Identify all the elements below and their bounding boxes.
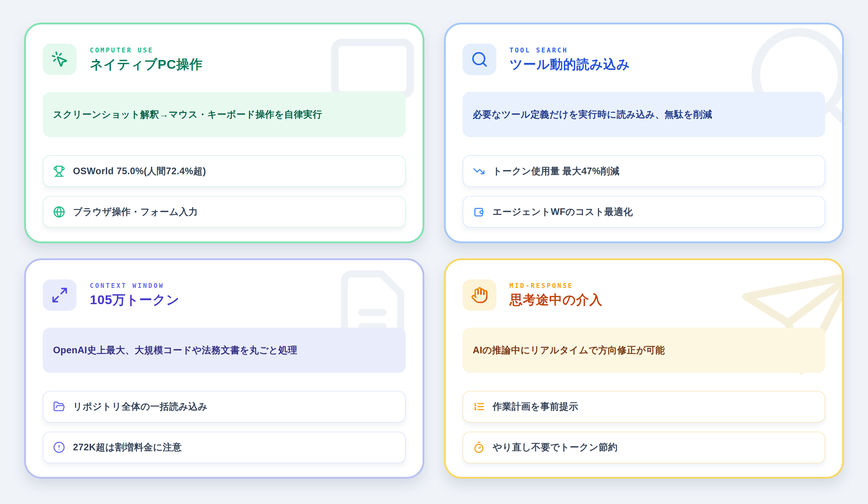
item-text: ブラウザ操作・フォーム入力	[73, 206, 198, 218]
card-mid-response: MID-RESPONSE 思考途中の介入 AIの推論中にリアルタイムで方向修正が…	[444, 258, 844, 479]
header-icon-tile	[43, 279, 76, 311]
numbered-list-icon	[473, 401, 485, 413]
card-title: ネイティブPC操作	[90, 57, 203, 71]
search-icon	[471, 51, 488, 68]
header-icon-tile	[463, 44, 496, 75]
banner-text: 必要なツール定義だけを実行時に読み込み、無駄を削減	[473, 108, 712, 121]
globe-icon	[53, 206, 65, 218]
card-eyebrow: CONTEXT WINDOW	[90, 283, 180, 289]
card-banner: AIの推論中にリアルタイムで方向修正が可能	[463, 328, 826, 373]
card-eyebrow: MID-RESPONSE	[510, 283, 603, 289]
list-item: ブラウザ操作・フォーム入力	[43, 196, 406, 228]
header-icon-tile	[463, 279, 496, 311]
card-banner: OpenAI史上最大、大規模コードや法務文書を丸ごと処理	[43, 328, 406, 373]
feature-grid: COMPUTER USE ネイティブPC操作 スクリーンショット解釈→マウス・キ…	[0, 0, 868, 504]
item-text: 272K超は割増料金に注意	[73, 441, 182, 454]
card-eyebrow: TOOL SEARCH	[510, 47, 630, 54]
card-titles: TOOL SEARCH ツール動的読み込み	[510, 47, 630, 71]
timer-icon	[473, 441, 485, 453]
item-text: OSWorld 75.0%(人間72.4%超)	[73, 165, 206, 177]
wallet-icon	[473, 206, 485, 218]
card-title: 思考途中の介入	[510, 293, 603, 307]
card-computer-use: COMPUTER USE ネイティブPC操作 スクリーンショット解釈→マウス・キ…	[24, 23, 424, 243]
card-header: MID-RESPONSE 思考途中の介入	[463, 279, 826, 311]
alert-circle-icon	[53, 441, 65, 453]
banner-text: AIの推論中にリアルタイムで方向修正が可能	[473, 344, 665, 357]
card-titles: MID-RESPONSE 思考途中の介入	[510, 283, 603, 307]
card-header: TOOL SEARCH ツール動的読み込み	[463, 44, 826, 75]
card-title: ツール動的読み込み	[510, 57, 630, 71]
item-text: やり直し不要でトークン節約	[493, 441, 618, 454]
card-header: COMPUTER USE ネイティブPC操作	[43, 44, 406, 75]
folder-open-icon	[53, 401, 65, 413]
card-banner: スクリーンショット解釈→マウス・キーボード操作を自律実行	[43, 92, 406, 137]
banner-text: OpenAI史上最大、大規模コードや法務文書を丸ごと処理	[53, 344, 298, 357]
card-title: 105万トークン	[90, 293, 180, 307]
card-tool-search: TOOL SEARCH ツール動的読み込み 必要なツール定義だけを実行時に読み込…	[444, 23, 844, 243]
card-titles: CONTEXT WINDOW 105万トークン	[90, 283, 180, 307]
card-header: CONTEXT WINDOW 105万トークン	[43, 279, 406, 311]
list-item: やり直し不要でトークン節約	[463, 432, 826, 463]
list-item: トークン使用量 最大47%削減	[463, 155, 826, 187]
list-item: 272K超は割増料金に注意	[43, 432, 406, 463]
item-text: エージェントWFのコスト最適化	[493, 206, 633, 218]
list-item: リポジトリ全体の一括読み込み	[43, 391, 406, 423]
card-banner: 必要なツール定義だけを実行時に読み込み、無駄を削減	[463, 92, 826, 137]
item-text: リポジトリ全体の一括読み込み	[73, 400, 208, 413]
item-text: 作業計画を事前提示	[493, 400, 578, 413]
list-item: OSWorld 75.0%(人間72.4%超)	[43, 155, 406, 187]
mouse-pointer-click-icon	[51, 51, 69, 68]
card-titles: COMPUTER USE ネイティブPC操作	[90, 47, 203, 71]
item-text: トークン使用量 最大47%削減	[493, 165, 620, 177]
banner-text: スクリーンショット解釈→マウス・キーボード操作を自律実行	[53, 108, 322, 121]
header-icon-tile	[43, 44, 76, 75]
list-item: エージェントWFのコスト最適化	[463, 196, 826, 228]
expand-arrows-icon	[51, 286, 69, 304]
trending-down-icon	[473, 165, 485, 177]
card-eyebrow: COMPUTER USE	[90, 47, 203, 54]
hand-icon	[471, 286, 488, 304]
trophy-icon	[53, 165, 65, 177]
list-item: 作業計画を事前提示	[463, 391, 826, 423]
card-context-window: CONTEXT WINDOW 105万トークン OpenAI史上最大、大規模コー…	[24, 258, 424, 479]
